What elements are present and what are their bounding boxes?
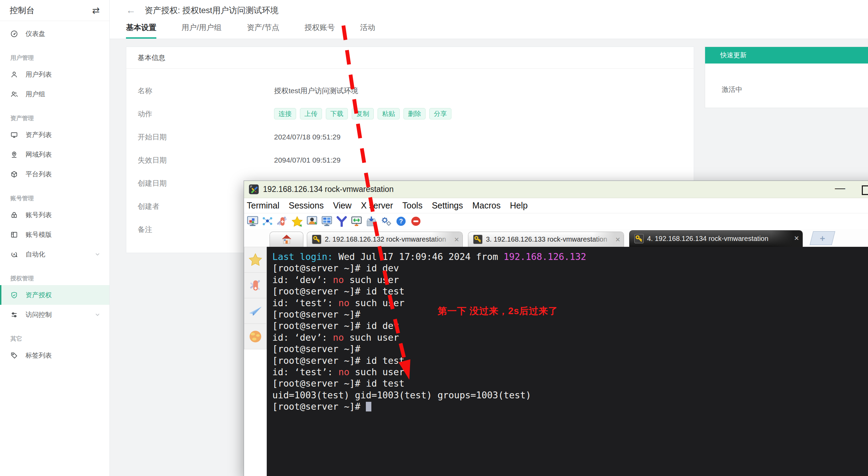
key-icon bbox=[473, 235, 482, 244]
sidebar-item-label: 平台列表 bbox=[26, 170, 52, 179]
field-label: 动作 bbox=[138, 109, 274, 119]
terminal-text-white: such user bbox=[344, 274, 399, 285]
menu-terminal[interactable]: Terminal bbox=[247, 201, 279, 211]
tunneling-icon[interactable] bbox=[350, 216, 363, 227]
menu-sessions[interactable]: Sessions bbox=[289, 201, 323, 211]
terminal-tab-label: 2. 192.168.126.132 rock-vmwarestation bbox=[325, 235, 446, 243]
sidebar-item-资产授权[interactable]: 资产授权 bbox=[0, 285, 109, 305]
key-icon bbox=[634, 234, 644, 243]
terminal-text-white: such user bbox=[349, 367, 404, 377]
screen: 控制台 ⇄ 仪表盘用户管理用户列表用户组资产管理资产列表网域列表平台列表账号管理… bbox=[0, 0, 868, 476]
terminal-text-white: [root@server ~]# bbox=[272, 309, 360, 320]
action-tag: 下载 bbox=[326, 108, 348, 119]
field-row: 名称授权test用户访问测试环境 bbox=[126, 79, 694, 102]
close-tab-icon[interactable]: × bbox=[454, 235, 459, 244]
page-title: 资产授权: 授权test用户访问测试环境 bbox=[145, 5, 279, 16]
terminal-text-red: no bbox=[338, 367, 349, 377]
menu-view[interactable]: View bbox=[333, 201, 352, 211]
tab-资产/节点[interactable]: 资产/节点 bbox=[247, 22, 279, 39]
terminal-text-white: [root@server ~]# bbox=[272, 343, 360, 354]
sidebar-item-仪表盘[interactable]: 仪表盘 bbox=[0, 24, 109, 43]
sidebar-item-资产列表[interactable]: 资产列表 bbox=[0, 125, 109, 145]
tab-用户/用户组[interactable]: 用户/用户组 bbox=[182, 22, 222, 39]
sidebar-item-label: 账号列表 bbox=[26, 211, 52, 220]
menu-macros[interactable]: Macros bbox=[472, 201, 501, 211]
strip-swiss-knife-icon[interactable] bbox=[244, 273, 266, 298]
annotation-text: 第一下 没过来，2s后过来了 bbox=[438, 305, 558, 317]
sidebar-item-用户组[interactable]: 用户组 bbox=[0, 84, 109, 104]
terminal-line: uid=1003(test) gid=1003(test) groups=100… bbox=[272, 389, 868, 401]
back-arrow-icon[interactable]: ← bbox=[126, 6, 136, 15]
terminal-toolbar: ? bbox=[244, 213, 868, 229]
shield-check-icon bbox=[10, 291, 18, 299]
sidebar-item-平台列表[interactable]: 平台列表 bbox=[0, 164, 109, 184]
minimize-button[interactable]: — bbox=[835, 182, 845, 194]
packages-icon[interactable] bbox=[365, 216, 378, 227]
sidebar-item-标签列表[interactable]: 标签列表 bbox=[0, 346, 109, 365]
field-label: 失效日期 bbox=[138, 155, 274, 165]
terminal-text-white: [root@server ~]# id dev bbox=[272, 263, 399, 273]
servers-icon[interactable] bbox=[261, 216, 274, 227]
terminal-tab[interactable]: 2. 192.168.126.132 rock-vmwarestation× bbox=[307, 232, 463, 247]
tab-活动[interactable]: 活动 bbox=[360, 22, 375, 39]
terminal-line: [root@server ~]# bbox=[272, 309, 868, 320]
sidebar-item-网域列表[interactable]: 网域列表 bbox=[0, 145, 109, 164]
settings-gears-icon[interactable] bbox=[380, 216, 392, 227]
user-session-icon[interactable] bbox=[306, 216, 318, 227]
tools-knife-icon[interactable] bbox=[276, 216, 289, 227]
chevron-down-icon bbox=[95, 312, 100, 318]
menu-tools[interactable]: Tools bbox=[402, 201, 422, 211]
sidebar-nav: 仪表盘用户管理用户列表用户组资产管理资产列表网域列表平台列表账号管理账号列表账号… bbox=[0, 21, 109, 365]
action-tag: 删除 bbox=[403, 108, 426, 119]
tab-基本设置[interactable]: 基本设置 bbox=[126, 22, 156, 39]
cube-icon bbox=[10, 171, 18, 178]
new-tab-button[interactable]: ＋ bbox=[810, 231, 835, 245]
terminal-line: id: ‘test’: no such user bbox=[272, 366, 868, 378]
tab-home[interactable] bbox=[270, 232, 303, 247]
sidebar-item-label: 网域列表 bbox=[26, 150, 52, 159]
page-tabs: 基本设置用户/用户组资产/节点授权账号活动 bbox=[126, 22, 400, 39]
help-icon[interactable]: ? bbox=[395, 216, 407, 227]
sidebar-section-label: 授权管理 bbox=[10, 274, 109, 282]
terminal-line: id: ‘dev’: no such user bbox=[272, 274, 868, 285]
session-monitor-icon[interactable] bbox=[246, 216, 259, 227]
sidebar-section-label: 资产管理 bbox=[10, 114, 109, 122]
collapse-sidebar-icon[interactable]: ⇄ bbox=[92, 5, 100, 16]
maximize-button[interactable] bbox=[862, 185, 868, 195]
sidebar-item-用户列表[interactable]: 用户列表 bbox=[0, 65, 109, 84]
terminal-body: Last login: Wed Jul 17 17:09:46 2024 fro… bbox=[244, 247, 868, 476]
terminal-line: [root@server ~]# id test bbox=[272, 378, 868, 389]
field-value: 2094/07/01 09:51:29 bbox=[274, 156, 341, 164]
map-pin-icon bbox=[10, 151, 18, 158]
sidebar-item-账号模版[interactable]: 账号模版 bbox=[0, 225, 109, 244]
mobaxterm-logo-icon bbox=[249, 184, 259, 194]
strip-star-icon[interactable] bbox=[244, 247, 266, 273]
action-tags: 连接上传下载复制粘贴删除分享 bbox=[274, 108, 455, 119]
close-tab-icon[interactable]: × bbox=[794, 233, 799, 243]
sidebar-item-账号列表[interactable]: 账号列表 bbox=[0, 205, 109, 225]
menu-settings[interactable]: Settings bbox=[432, 201, 463, 211]
sidebar-header: 控制台 ⇄ bbox=[0, 0, 109, 21]
terminal-tab[interactable]: 4. 192.168.126.134 rock-vmwarestation× bbox=[629, 230, 803, 247]
terminal-tab[interactable]: 3. 192.168.126.133 rock-vmwarestation× bbox=[468, 232, 624, 247]
star-icon[interactable] bbox=[291, 216, 303, 227]
multiexec-icon[interactable] bbox=[335, 216, 348, 227]
field-value: 2024/07/18 09:51:29 bbox=[274, 133, 341, 141]
terminal-line: [root@server ~]# bbox=[272, 401, 868, 412]
xserver-stop-icon[interactable] bbox=[410, 216, 422, 227]
sidebar-item-访问控制[interactable]: 访问控制 bbox=[0, 305, 109, 324]
tab-授权账号[interactable]: 授权账号 bbox=[304, 22, 335, 39]
menu-help[interactable]: Help bbox=[510, 201, 527, 211]
menu-x-server[interactable]: X server bbox=[361, 201, 393, 211]
strip-paper-plane-icon[interactable] bbox=[244, 298, 266, 324]
split-view-icon[interactable] bbox=[321, 216, 333, 227]
sidebar-item-自动化[interactable]: A自动化 bbox=[0, 244, 109, 264]
terminal-titlebar[interactable]: 192.168.126.134 rock-vmwarestation — bbox=[244, 181, 868, 198]
close-tab-icon[interactable]: × bbox=[615, 235, 620, 244]
strip-globe-icon[interactable] bbox=[244, 324, 266, 349]
terminal-line: Last login: Wed Jul 17 17:09:46 2024 fro… bbox=[272, 251, 868, 262]
terminal-text-red: no bbox=[333, 332, 344, 343]
action-tag: 复制 bbox=[352, 108, 374, 119]
terminal-screen[interactable]: Last login: Wed Jul 17 17:09:46 2024 fro… bbox=[267, 247, 868, 476]
console-title: 控制台 bbox=[10, 5, 35, 16]
